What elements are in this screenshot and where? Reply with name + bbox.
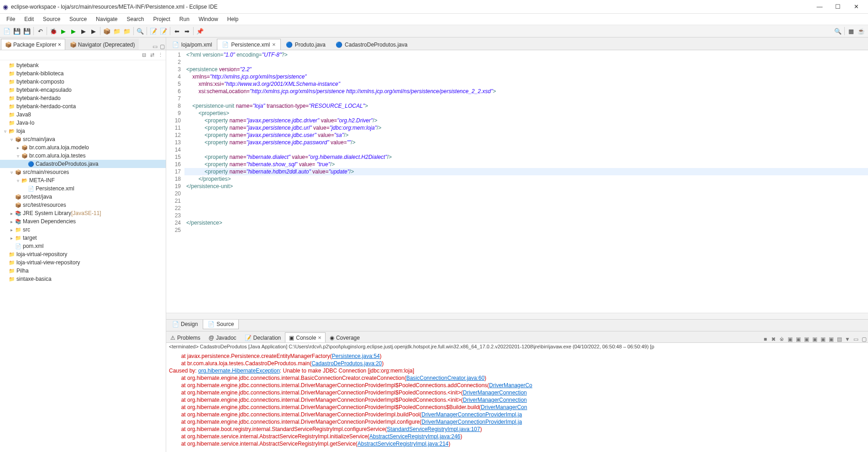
source-link[interactable]: DriverManagerConnectionProviderImpl.ja: [421, 411, 522, 418]
tree-item[interactable]: ▸📚Maven Dependencies: [0, 217, 166, 226]
view-tab[interactable]: 📦Package Explorer×: [1, 39, 65, 50]
bottom-tab-javadoc[interactable]: @Javadoc: [205, 332, 241, 342]
tree-item[interactable]: 📁sintaxe-basica: [0, 275, 166, 283]
tree-item[interactable]: ▸📚JRE System Library [JavaSE-11]: [0, 209, 166, 217]
tree-item[interactable]: 📁bytebank-biblioteca: [0, 69, 166, 78]
save-all-icon[interactable]: 💾: [22, 26, 32, 36]
menu-source[interactable]: Source: [65, 15, 91, 24]
source-link[interactable]: DriverManagerConnectionProviderImpl.ja: [421, 419, 522, 425]
new-icon[interactable]: 📄: [2, 26, 11, 36]
source-link[interactable]: Persistence.java:54: [332, 353, 380, 359]
ext-tools-icon[interactable]: ▶: [89, 26, 98, 36]
run-icon[interactable]: ▶: [59, 26, 68, 36]
console-toolbar-icon[interactable]: ▣: [819, 336, 827, 342]
console-toolbar-icon[interactable]: ▭: [852, 336, 860, 342]
tree-twisty-icon[interactable]: ▸: [8, 236, 15, 241]
tree-twisty-icon[interactable]: ▸: [15, 145, 21, 150]
tree-item[interactable]: ▿📦src/main/resources: [0, 168, 166, 176]
open-type-icon[interactable]: 📁: [122, 26, 132, 36]
source-link[interactable]: BasicConnectionCreator.java:60: [406, 375, 484, 381]
source-link[interactable]: StandardServiceRegistryImpl.java:107: [387, 426, 480, 432]
console-toolbar-icon[interactable]: ▣: [810, 336, 819, 342]
close-icon[interactable]: ×: [58, 42, 61, 48]
link-editor-icon[interactable]: ⇄: [148, 52, 156, 58]
source-link[interactable]: DriverManagerCon: [481, 404, 527, 410]
view-tab[interactable]: 📦Navigator (Deprecated): [66, 39, 139, 50]
folder-icon[interactable]: 📁: [112, 26, 121, 36]
source-link[interactable]: CadastroDeProdutos.java:20: [311, 360, 382, 367]
code-editor[interactable]: 1234567891011121314151617181920212223242…: [166, 50, 868, 313]
source-tab-source[interactable]: 📄Source: [203, 320, 239, 329]
menu-search[interactable]: Search: [122, 15, 148, 24]
tree-item[interactable]: ▿📦br.com.alura.loja.testes: [0, 152, 166, 160]
tree-item[interactable]: ▸📁src: [0, 226, 166, 234]
tree-twisty-icon[interactable]: ▿: [15, 178, 21, 183]
tree-item[interactable]: ▿📂loja: [0, 127, 166, 135]
tree-item[interactable]: 📦src/test/resources: [0, 201, 166, 209]
horizontal-scrollbar[interactable]: [166, 313, 868, 319]
tree-item[interactable]: 📦src/test/java: [0, 193, 166, 201]
close-icon[interactable]: ×: [318, 334, 321, 341]
tree-twisty-icon[interactable]: ▿: [8, 137, 15, 142]
bottom-tab-coverage[interactable]: ◉Coverage: [326, 332, 364, 342]
tree-item[interactable]: ▸📦br.com.alura.loja.modelo: [0, 143, 166, 152]
tree-item[interactable]: ▿📦src/main/java: [0, 135, 166, 143]
console-toolbar-icon[interactable]: ✖: [769, 336, 778, 342]
tree-item[interactable]: 📄Persistence.xml: [0, 184, 166, 193]
quick-access-icon[interactable]: 🔍: [833, 26, 842, 36]
menu-file[interactable]: File: [2, 15, 20, 24]
menu-source[interactable]: Source: [38, 15, 65, 24]
coverage-icon[interactable]: ▶: [69, 26, 78, 36]
menu-project[interactable]: Project: [149, 15, 175, 24]
console-output[interactable]: at javax.persistence.Persistence.createE…: [166, 352, 868, 452]
console-toolbar-icon[interactable]: ▤: [835, 336, 843, 342]
editor-tab[interactable]: 📄loja/pom.xml: [167, 39, 217, 50]
console-toolbar-icon[interactable]: ▣: [786, 336, 794, 342]
open-perspective-icon[interactable]: ▦: [847, 26, 856, 36]
debug-icon[interactable]: 🐞: [49, 26, 58, 36]
tree-twisty-icon[interactable]: ▿: [2, 129, 8, 134]
source-link[interactable]: DriverManagerConnection: [463, 389, 527, 396]
menu-run[interactable]: Run: [175, 15, 194, 24]
tree-item[interactable]: ▿📂META-INF: [0, 176, 166, 184]
tree-twisty-icon[interactable]: ▸: [8, 219, 15, 224]
minimize-button[interactable]: —: [810, 1, 829, 13]
tree-twisty-icon[interactable]: ▿: [15, 153, 21, 158]
tree-item[interactable]: 📁Pilha: [0, 267, 166, 275]
tree-twisty-icon[interactable]: ▸: [8, 211, 15, 216]
tree-item[interactable]: 📁Java8: [0, 110, 166, 119]
tree-item[interactable]: 📁loja-virtual-view-repository: [0, 258, 166, 267]
source-link[interactable]: AbstractServiceRegistryImpl.java:214: [358, 441, 448, 447]
tree-item[interactable]: 📁Java-Io: [0, 119, 166, 127]
project-tree[interactable]: 📁bytebank📁bytebank-biblioteca📁bytebank-c…: [0, 60, 166, 452]
maximize-button[interactable]: ☐: [829, 1, 847, 13]
minimize-view-icon[interactable]: ▭: [151, 43, 158, 50]
search-icon[interactable]: 🔍: [136, 26, 145, 36]
exception-link[interactable]: org.hibernate.HibernateException: [198, 368, 280, 374]
console-toolbar-icon[interactable]: ※: [778, 336, 786, 342]
menu-edit[interactable]: Edit: [20, 15, 38, 24]
back-icon[interactable]: ⬅: [172, 26, 181, 36]
console-toolbar-icon[interactable]: ▣: [794, 336, 802, 342]
forward-icon[interactable]: ➡: [182, 26, 191, 36]
console-toolbar-icon[interactable]: ▢: [860, 336, 868, 342]
task-icon[interactable]: 📝: [159, 26, 168, 36]
maximize-view-icon[interactable]: ▢: [158, 43, 166, 50]
menu-window[interactable]: Window: [194, 15, 223, 24]
editor-tab[interactable]: 🔵Produto.java: [281, 39, 331, 50]
package-icon[interactable]: 📦: [102, 26, 111, 36]
java-perspective-icon[interactable]: ☕: [857, 26, 866, 36]
tree-item[interactable]: 📁loja-virtual-repository: [0, 250, 166, 258]
view-menu-icon[interactable]: ⋮: [157, 52, 164, 58]
close-button[interactable]: ✕: [847, 1, 865, 13]
source-link[interactable]: DriverManagerCo: [489, 382, 532, 389]
console-toolbar-icon[interactable]: ▣: [827, 336, 835, 342]
undo-icon[interactable]: ↶: [36, 26, 45, 36]
tree-item[interactable]: ▸📁target: [0, 234, 166, 242]
editor-tab[interactable]: 🔵CadastroDeProdutos.java: [331, 39, 412, 50]
menu-help[interactable]: Help: [223, 15, 243, 24]
tree-item[interactable]: 📁bytebank-herdado: [0, 94, 166, 102]
code-content[interactable]: <?xml version="1.0" encoding="UTF-8"?><p…: [184, 50, 868, 313]
bottom-tab-problems[interactable]: ⚠Problems: [166, 332, 205, 342]
pin-icon[interactable]: 📌: [195, 26, 205, 36]
